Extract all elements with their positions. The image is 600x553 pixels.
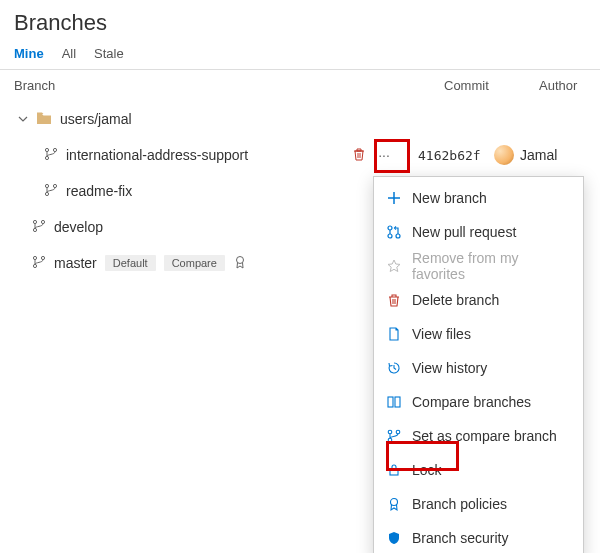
ribbon-icon <box>386 496 402 512</box>
plus-icon <box>386 190 402 206</box>
svg-point-10 <box>33 264 36 267</box>
svg-point-9 <box>33 256 36 259</box>
ribbon-icon <box>233 255 247 272</box>
svg-point-4 <box>45 192 48 195</box>
avatar <box>494 145 514 165</box>
branch-icon <box>32 255 46 272</box>
branch-row-intl[interactable]: international-address-support ··· 4162b6… <box>0 137 600 173</box>
pull-request-icon <box>386 224 402 240</box>
svg-point-7 <box>33 228 36 231</box>
svg-rect-16 <box>388 397 393 407</box>
folder-icon <box>36 111 52 128</box>
menu-label: Branch security <box>412 530 508 546</box>
branch-name: international-address-support <box>66 147 248 163</box>
compare-badge: Compare <box>164 255 225 271</box>
branch-name: readme-fix <box>66 183 132 199</box>
menu-label: Branch policies <box>412 496 507 512</box>
menu-label: Remove from my favorites <box>412 250 571 282</box>
default-badge: Default <box>105 255 156 271</box>
star-outline-icon <box>386 258 402 274</box>
menu-lock[interactable]: Lock <box>374 453 583 487</box>
folder-name: users/jamal <box>60 111 132 127</box>
menu-label: View files <box>412 326 471 342</box>
svg-point-1 <box>45 156 48 159</box>
svg-point-2 <box>53 148 56 151</box>
menu-label: Compare branches <box>412 394 531 410</box>
branch-name: develop <box>54 219 103 235</box>
menu-label: Delete branch <box>412 292 499 308</box>
more-icon[interactable]: ··· <box>374 147 394 163</box>
menu-remove-favorite: Remove from my favorites <box>374 249 583 283</box>
column-headers: Branch Commit Author <box>0 70 600 101</box>
author-name: Jamal <box>520 147 557 163</box>
page-title: Branches <box>0 0 600 40</box>
delete-icon[interactable] <box>352 147 366 164</box>
menu-set-compare[interactable]: Set as compare branch <box>374 419 583 453</box>
menu-branch-policies[interactable]: Branch policies <box>374 487 583 521</box>
svg-rect-21 <box>390 469 398 475</box>
menu-view-history[interactable]: View history <box>374 351 583 385</box>
branch-context-menu: New branch New pull request Remove from … <box>373 176 584 553</box>
svg-point-0 <box>45 148 48 151</box>
menu-view-files[interactable]: View files <box>374 317 583 351</box>
branch-icon <box>32 219 46 236</box>
svg-point-19 <box>388 438 392 442</box>
lock-icon <box>386 462 402 478</box>
svg-rect-17 <box>395 397 400 407</box>
svg-point-3 <box>45 184 48 187</box>
menu-label: Lock <box>412 462 442 478</box>
svg-point-5 <box>53 184 56 187</box>
file-icon <box>386 326 402 342</box>
branch-icon <box>44 147 58 164</box>
trash-icon <box>386 292 402 308</box>
menu-label: New pull request <box>412 224 516 240</box>
menu-new-pr[interactable]: New pull request <box>374 215 583 249</box>
branch-icon <box>44 183 58 200</box>
svg-point-18 <box>388 430 392 434</box>
tab-all[interactable]: All <box>62 46 76 61</box>
svg-point-14 <box>388 234 392 238</box>
menu-branch-security[interactable]: Branch security <box>374 521 583 553</box>
tab-bar: Mine All Stale <box>0 40 600 70</box>
menu-label: View history <box>412 360 487 376</box>
svg-point-6 <box>33 220 36 223</box>
col-commit: Commit <box>444 78 539 93</box>
menu-label: New branch <box>412 190 487 206</box>
branch-icon <box>386 428 402 444</box>
svg-point-12 <box>236 256 243 263</box>
svg-point-13 <box>388 226 392 230</box>
menu-label: Set as compare branch <box>412 428 557 444</box>
folder-row[interactable]: users/jamal <box>0 101 600 137</box>
svg-point-15 <box>396 234 400 238</box>
svg-point-22 <box>391 499 398 506</box>
menu-compare-branches[interactable]: Compare branches <box>374 385 583 419</box>
menu-new-branch[interactable]: New branch <box>374 181 583 215</box>
tab-mine[interactable]: Mine <box>14 46 44 61</box>
svg-point-20 <box>396 430 400 434</box>
branch-name: master <box>54 255 97 271</box>
col-author: Author <box>539 78 586 93</box>
tab-stale[interactable]: Stale <box>94 46 124 61</box>
menu-delete-branch[interactable]: Delete branch <box>374 283 583 317</box>
svg-point-8 <box>41 220 44 223</box>
commit-hash[interactable]: 4162b62f <box>394 148 494 163</box>
col-branch: Branch <box>14 78 444 93</box>
history-icon <box>386 360 402 376</box>
compare-icon <box>386 394 402 410</box>
chevron-down-icon[interactable] <box>18 114 28 124</box>
shield-icon <box>386 530 402 546</box>
svg-point-11 <box>41 256 44 259</box>
